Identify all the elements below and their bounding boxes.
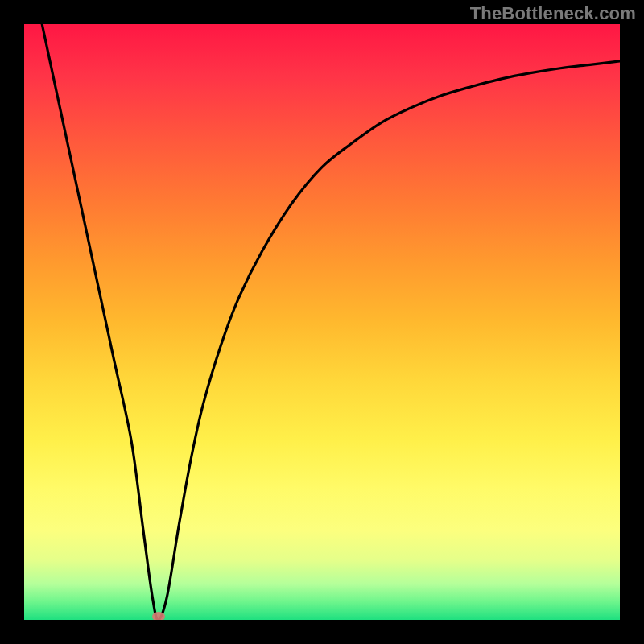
bottleneck-curve xyxy=(24,24,620,620)
plot-area xyxy=(24,24,620,620)
watermark-text: TheBottleneck.com xyxy=(470,3,636,24)
chart-frame: TheBottleneck.com xyxy=(0,0,644,644)
optimum-marker-icon xyxy=(152,612,165,620)
